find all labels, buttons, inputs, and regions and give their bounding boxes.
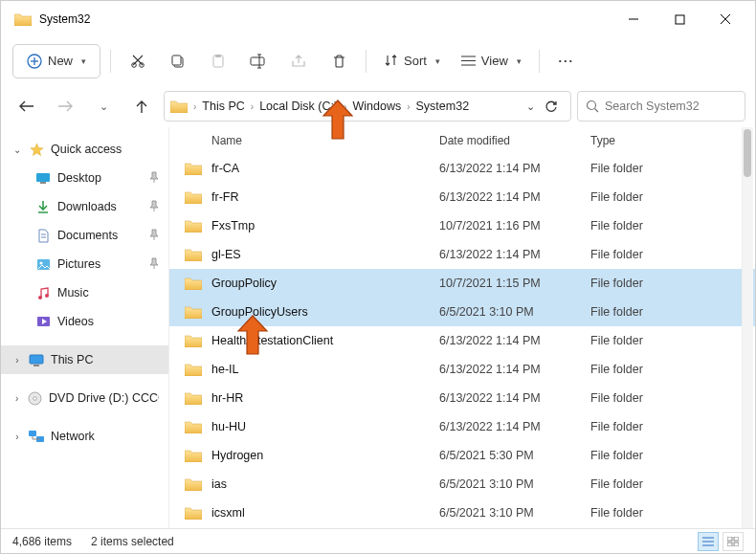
file-row[interactable]: fr-CA6/13/2022 1:14 PMFile folder: [169, 154, 755, 183]
delete-button[interactable]: [322, 44, 356, 78]
svg-point-27: [39, 261, 42, 264]
sidebar-item-pictures[interactable]: Pictures: [1, 250, 168, 278]
sidebar-item-label: Videos: [57, 315, 94, 328]
sort-button[interactable]: Sort ▾: [376, 44, 448, 78]
search-input[interactable]: Search System32: [577, 91, 745, 122]
cut-button[interactable]: [121, 44, 155, 78]
downloads-icon: [35, 199, 51, 214]
file-type: File folder: [590, 420, 749, 433]
file-row[interactable]: HealthAttestationClient6/13/2022 1:14 PM…: [169, 326, 755, 355]
sidebar-network[interactable]: › Network: [1, 422, 168, 451]
copy-button[interactable]: [161, 44, 195, 78]
new-label: New: [48, 54, 73, 68]
plus-icon: [27, 54, 42, 69]
view-button[interactable]: View ▾: [454, 44, 529, 78]
maximize-button[interactable]: [657, 5, 701, 33]
sidebar-this-pc[interactable]: › This PC: [1, 345, 168, 374]
share-button[interactable]: [281, 44, 316, 78]
file-row[interactable]: hu-HU6/13/2022 1:14 PMFile folder: [169, 412, 755, 441]
chevron-down-icon: ▾: [81, 56, 86, 66]
paste-button[interactable]: [201, 44, 235, 78]
minimize-button[interactable]: [611, 5, 656, 33]
column-date[interactable]: Date modified: [439, 134, 590, 147]
sidebar-item-videos[interactable]: Videos: [1, 307, 168, 336]
file-name: hr-HR: [211, 391, 243, 405]
svg-rect-1: [676, 15, 684, 24]
file-row[interactable]: GroupPolicyUsers6/5/2021 3:10 PMFile fol…: [169, 298, 755, 326]
explorer-window: System32 New ▾ Sort ▾ View ▾: [0, 0, 756, 554]
rename-button[interactable]: [241, 44, 276, 78]
pictures-icon: [35, 256, 51, 272]
chevron-right-icon[interactable]: ›: [11, 393, 23, 404]
folder-icon: [185, 506, 202, 520]
chevron-right-icon: ›: [191, 101, 198, 112]
file-date: 6/5/2021 5:30 PM: [439, 449, 590, 462]
address-bar[interactable]: › This PC › Local Disk (C:) › Windows › …: [164, 91, 571, 122]
chevron-right-icon[interactable]: ›: [11, 432, 24, 442]
rename-icon: [250, 54, 267, 69]
up-button[interactable]: [125, 90, 158, 122]
breadcrumb-item[interactable]: Local Disk (C:): [256, 100, 342, 113]
svg-rect-42: [727, 537, 732, 541]
breadcrumb-item[interactable]: This PC: [198, 100, 248, 113]
arrow-left-icon: [19, 100, 34, 112]
documents-icon: [35, 228, 51, 243]
sidebar-dvd[interactable]: › DVD Drive (D:) CCCC: [1, 384, 168, 412]
new-button[interactable]: New ▾: [12, 44, 100, 78]
file-name: fr-FR: [211, 190, 238, 204]
videos-icon: [35, 314, 51, 329]
forward-button[interactable]: [49, 90, 81, 122]
selection-count: 2 items selected: [91, 535, 174, 548]
grid-icon: [727, 537, 739, 546]
window-title: System32: [39, 12, 90, 26]
svg-rect-44: [727, 543, 732, 546]
file-type: File folder: [590, 363, 749, 376]
breadcrumb-item[interactable]: System32: [412, 100, 474, 113]
sidebar-item-downloads[interactable]: Downloads: [1, 192, 168, 221]
file-type: File folder: [590, 162, 749, 175]
back-button[interactable]: [11, 90, 43, 122]
thumbnails-view-button[interactable]: [723, 532, 744, 551]
more-button[interactable]: ···: [549, 44, 584, 78]
file-row[interactable]: fr-FR6/13/2022 1:14 PMFile folder: [169, 183, 755, 211]
folder-icon: [185, 449, 202, 462]
sidebar-item-documents[interactable]: Documents: [1, 221, 168, 250]
file-row[interactable]: ias6/5/2021 3:10 PMFile folder: [169, 470, 755, 499]
file-row[interactable]: Hydrogen6/5/2021 5:30 PMFile folder: [169, 441, 755, 470]
refresh-icon[interactable]: [545, 100, 559, 114]
column-name[interactable]: Name: [175, 134, 439, 147]
scrollbar[interactable]: [742, 127, 753, 528]
file-type: File folder: [590, 334, 749, 347]
svg-rect-31: [30, 355, 43, 364]
file-row[interactable]: icsxml6/5/2021 3:10 PMFile folder: [169, 499, 755, 527]
chevron-down-icon[interactable]: ⌄: [11, 144, 24, 155]
pin-icon: [149, 171, 159, 185]
column-type[interactable]: Type: [590, 134, 749, 147]
chevron-right-icon[interactable]: ›: [11, 355, 24, 366]
file-row[interactable]: hr-HR6/13/2022 1:14 PMFile folder: [169, 384, 755, 412]
sidebar-item-label: Documents: [57, 229, 118, 242]
details-view-button[interactable]: [698, 532, 719, 551]
navigation-pane[interactable]: ⌄ Quick access DesktopDownloadsDocuments…: [1, 127, 169, 528]
sidebar-quick-access[interactable]: ⌄ Quick access: [1, 135, 168, 164]
chevron-down-icon[interactable]: ⌄: [526, 100, 535, 113]
close-button[interactable]: [703, 5, 747, 33]
scrollbar-thumb[interactable]: [744, 129, 751, 177]
sidebar-item-music[interactable]: Music: [1, 278, 168, 307]
recent-button[interactable]: ⌄: [87, 90, 120, 122]
folder-icon: [185, 391, 202, 405]
file-type: File folder: [590, 305, 749, 319]
sidebar-item-desktop[interactable]: Desktop: [1, 164, 168, 192]
file-row[interactable]: he-IL6/13/2022 1:14 PMFile folder: [169, 355, 755, 384]
file-row[interactable]: gl-ES6/13/2022 1:14 PMFile folder: [169, 240, 755, 269]
column-headers[interactable]: Name Date modified Type: [169, 127, 755, 154]
file-row[interactable]: FxsTmp10/7/2021 1:16 PMFile folder: [169, 211, 755, 240]
separator: [539, 50, 540, 73]
breadcrumb-item[interactable]: Windows: [348, 100, 405, 113]
file-list[interactable]: fr-CA6/13/2022 1:14 PMFile folderfr-FR6/…: [169, 154, 755, 528]
folder-icon: [185, 248, 202, 261]
file-type: File folder: [590, 190, 749, 204]
file-row[interactable]: GroupPolicy10/7/2021 1:15 PMFile folder: [169, 269, 755, 298]
file-date: 6/13/2022 1:14 PM: [439, 420, 590, 433]
file-name: hu-HU: [211, 420, 246, 433]
